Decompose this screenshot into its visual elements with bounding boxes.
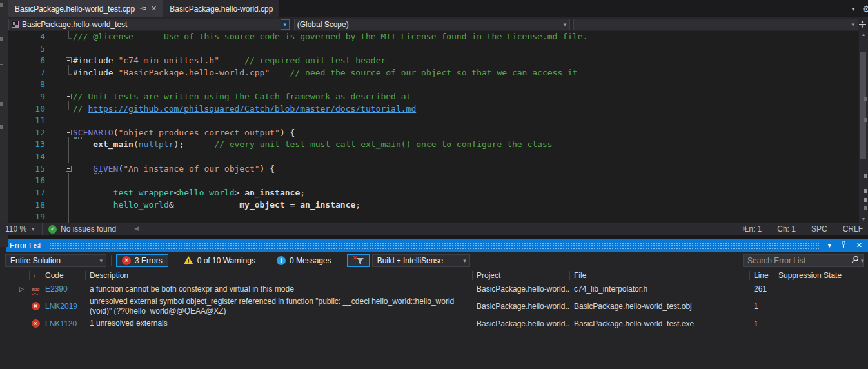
code-line[interactable]: 11 — [8, 115, 859, 127]
code-line[interactable]: 18 hello_world& my_object = an_instance; — [8, 199, 859, 212]
search-input[interactable] — [744, 256, 851, 265]
code-line[interactable]: 7#include "BasicPackage.hello-world.cpp"… — [8, 67, 859, 79]
chevron-down-icon: ▾ — [463, 257, 466, 264]
code-text: GIVEN("An instance of our object") { — [73, 163, 859, 175]
fold-collapse-box[interactable] — [46, 127, 73, 139]
status-spaces[interactable]: SPC — [811, 224, 827, 234]
code-text: /// @license Use of this source code is … — [73, 31, 859, 43]
error-list-title-bar[interactable]: Error List ▾ ✕ — [6, 239, 868, 252]
token-fn: my_object — [239, 200, 284, 210]
zoom-selector[interactable]: 110 % ▾ — [0, 223, 43, 235]
column-expander[interactable] — [0, 271, 30, 280]
project-selector-dropdown[interactable]: ▾ — [281, 19, 290, 30]
close-icon[interactable]: ✕ — [151, 5, 157, 12]
split-editor-handle[interactable]: ▲▼ — [858, 20, 867, 28]
editor-vertical-scrollbar[interactable]: ▲ ▼ — [859, 31, 868, 223]
scope-selector[interactable]: (Global Scope) ▾ — [294, 19, 571, 30]
indent-guide — [75, 163, 75, 175]
code-line[interactable]: 4/// @license Use of this source code is… — [8, 31, 859, 43]
code-editor[interactable]: 4/// @license Use of this source code is… — [8, 31, 859, 223]
close-icon[interactable]: ✕ — [856, 241, 862, 250]
fold-margin — [46, 103, 73, 115]
code-line[interactable]: 9// Unit tests are written using the Cat… — [8, 91, 859, 103]
token-com: // — [73, 104, 88, 114]
scroll-up-arrow-icon[interactable]: ▲ — [859, 31, 868, 39]
line-number: 19 — [8, 211, 46, 223]
code-line[interactable]: 19 — [8, 211, 859, 223]
line-number: 11 — [8, 115, 46, 127]
error-code-link[interactable]: E2390 — [41, 284, 86, 294]
token-str: "object produces correct output" — [118, 128, 279, 137]
fold-collapse-box[interactable] — [46, 55, 73, 67]
code-line[interactable]: 6#include "c74_min_unittest.h" // requir… — [8, 55, 859, 67]
scroll-down-arrow-icon[interactable]: ▼ — [859, 215, 868, 223]
title-bar-controls: ▾ ✕ — [828, 241, 868, 250]
token-com: // Unit tests are written using the Catc… — [73, 92, 411, 101]
scope-filter-dropdown[interactable]: Entire Solution ▾ — [5, 254, 106, 267]
token-pre: #include — [73, 55, 118, 65]
clear-filters-button[interactable]: ✕ — [347, 254, 370, 267]
scrollbar-thumb[interactable] — [860, 52, 866, 159]
window-menu-chevron-icon[interactable]: ▾ — [828, 242, 831, 249]
column-project[interactable]: Project — [473, 271, 570, 280]
line-number: 7 — [8, 67, 46, 79]
hscroll-left-arrow-icon[interactable]: ◀ — [134, 225, 139, 232]
code-line[interactable]: 12SCENARIO("object produces correct outp… — [8, 127, 859, 139]
code-line[interactable]: 14 — [8, 151, 859, 163]
messages-toggle-button[interactable]: i 0 Messages — [271, 254, 337, 267]
warnings-toggle-button[interactable]: ! 0 of 10 Warnings — [178, 254, 261, 267]
search-icon[interactable] — [851, 255, 859, 265]
window-list-chevron-icon[interactable]: ▾ — [851, 5, 854, 12]
filter-mode-dropdown[interactable]: Build + IntelliSense ▾ — [372, 254, 470, 267]
column-line[interactable]: Line — [750, 271, 774, 280]
pin-icon[interactable] — [139, 5, 146, 12]
error-row[interactable]: ✕LNK2019unresolved external symbol objec… — [0, 296, 868, 316]
code-line[interactable]: 16 — [8, 175, 859, 187]
scope-filter-value: Entire Solution — [10, 256, 61, 265]
status-line: Ln: 1 — [745, 224, 762, 234]
hyperlink[interactable]: https://github.com/philsquared/Catch/blo… — [88, 104, 416, 114]
code-line[interactable]: 8 — [8, 79, 859, 91]
indent-guide — [75, 187, 75, 199]
error-line-number: 261 — [750, 284, 774, 294]
code-line[interactable]: 5 — [8, 43, 859, 55]
tab-hello-world-test-cpp[interactable]: BasicPackage.hello-world_test.cpp ✕ — [8, 0, 163, 17]
code-line[interactable]: 10// https://github.com/philsquared/Catc… — [8, 103, 859, 115]
project-selector[interactable]: BasicPackage.hello-world_test ▾ — [8, 19, 290, 30]
error-code-link[interactable]: LNK1120 — [41, 319, 86, 328]
column-file[interactable]: File — [570, 271, 750, 280]
error-row[interactable]: ▷abcE2390a function cannot be both const… — [0, 282, 868, 296]
scrollbar-annotation — [864, 174, 867, 178]
status-line-endings[interactable]: CRLF — [843, 224, 863, 234]
errors-toggle-button[interactable]: ✕ 3 Errors — [116, 254, 168, 267]
column-suppression-state[interactable]: Suppression State — [774, 271, 851, 280]
tab-hello-world-cpp[interactable]: BasicPackage.hello-world.cpp — [163, 0, 279, 17]
code-line[interactable]: 17 test_wrapper<hello_world> an_instance… — [8, 187, 859, 199]
code-line[interactable]: 13 ext_main(nullptr); // every unit test… — [8, 139, 859, 151]
error-file: c74_lib_interpolator.h — [570, 284, 750, 294]
pin-icon[interactable] — [840, 241, 847, 250]
document-health-indicator[interactable]: ✓ No issues found — [43, 224, 116, 234]
token-pln — [219, 55, 244, 65]
fold-margin — [46, 31, 73, 43]
fold-collapse-box[interactable] — [46, 163, 73, 175]
gear-icon[interactable]: ⚙ — [862, 4, 868, 14]
error-row[interactable]: ✕LNK11201 unresolved externalsBasicPacka… — [0, 316, 868, 331]
error-grid-header: ! Code Description Project File Line Sup… — [0, 269, 868, 282]
token-pln: ); — [174, 139, 215, 149]
error-file: BasicPackage.hello-world_test.exe — [570, 319, 750, 328]
token-str: "c74_min_unittest.h" — [118, 55, 219, 65]
code-line[interactable]: 15 GIVEN("An instance of our object") { — [8, 163, 859, 175]
column-severity[interactable]: ! — [30, 271, 41, 280]
member-selector[interactable]: ▾ — [573, 19, 858, 30]
token-pre: #include — [73, 68, 118, 77]
line-number: 9 — [8, 91, 46, 103]
line-number: 15 — [8, 163, 46, 175]
error-code-link[interactable]: LNK2019 — [41, 302, 86, 311]
fold-collapse-box[interactable] — [46, 91, 73, 103]
chevron-down-icon[interactable]: ▾ — [859, 257, 867, 264]
column-description[interactable]: Description — [86, 271, 473, 280]
row-expander-icon[interactable]: ▷ — [0, 286, 30, 292]
token-com: // every unit test must call ext_main() … — [214, 139, 552, 149]
column-code[interactable]: Code — [41, 271, 86, 280]
